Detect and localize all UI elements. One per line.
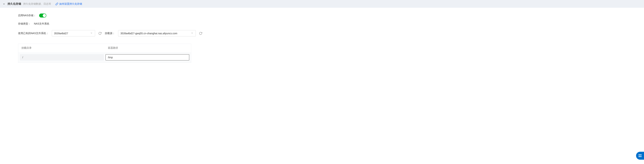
row-nas-selects: 使用已有的NAS文件系统： 3539a4bd27 挂载源： 3539a4bd27… xyxy=(18,30,626,36)
row-storage-type: 存储类型： NAS文件系统 xyxy=(18,22,626,26)
content-area: 启用NAS存储： 存储类型： NAS文件系统 使用已有的NAS文件系统： 353… xyxy=(0,8,644,68)
col-container-path: 容器路径 xyxy=(105,44,191,52)
storage-type-value: NAS文件系统 xyxy=(34,22,49,26)
mount-source-label: 挂载源： xyxy=(105,32,115,35)
chevron-down-icon[interactable] xyxy=(2,2,6,6)
storage-type-label: 存储类型： xyxy=(18,22,31,26)
mount-source-value: 3539a4bd27-gwq55.cn-shanghai.nas.aliyunc… xyxy=(120,32,177,35)
table-body: / xyxy=(18,52,191,62)
table-header: 挂载目录 容器路径 xyxy=(18,44,191,52)
enable-nas-toggle[interactable] xyxy=(39,14,46,18)
existing-nas-label: 使用已有的NAS文件系统： xyxy=(18,32,48,35)
help-link-text: 如何设置持久化存储 xyxy=(59,2,82,6)
section-subtitle: 持久化存储数据、日志等 xyxy=(23,2,51,6)
chevron-down-icon xyxy=(90,32,93,35)
col-mount-dir: 挂载目录 xyxy=(18,44,105,52)
table-row: / xyxy=(18,52,191,62)
enable-nas-label: 启用NAS存储： xyxy=(18,14,36,17)
mount-table: 挂载目录 容器路径 / xyxy=(18,44,191,63)
section-title: 持久化存储 xyxy=(8,2,21,6)
mount-source-select[interactable]: 3539a4bd27-gwq55.cn-shanghai.nas.aliyunc… xyxy=(118,30,196,36)
link-icon xyxy=(56,2,58,6)
help-link[interactable]: 如何设置持久化存储 xyxy=(56,2,82,6)
section-header: 持久化存储 持久化存储数据、日志等 如何设置持久化存储 xyxy=(0,0,644,8)
refresh-nas-button[interactable] xyxy=(98,32,102,35)
existing-nas-value: 3539a4bd27 xyxy=(54,32,68,35)
mount-dir-input[interactable]: / xyxy=(20,54,104,60)
existing-nas-select[interactable]: 3539a4bd27 xyxy=(52,30,95,36)
chevron-down-icon xyxy=(191,32,194,35)
container-path-input[interactable] xyxy=(106,54,189,60)
refresh-mount-button[interactable] xyxy=(199,32,202,35)
row-enable-nas: 启用NAS存储： xyxy=(18,14,626,18)
